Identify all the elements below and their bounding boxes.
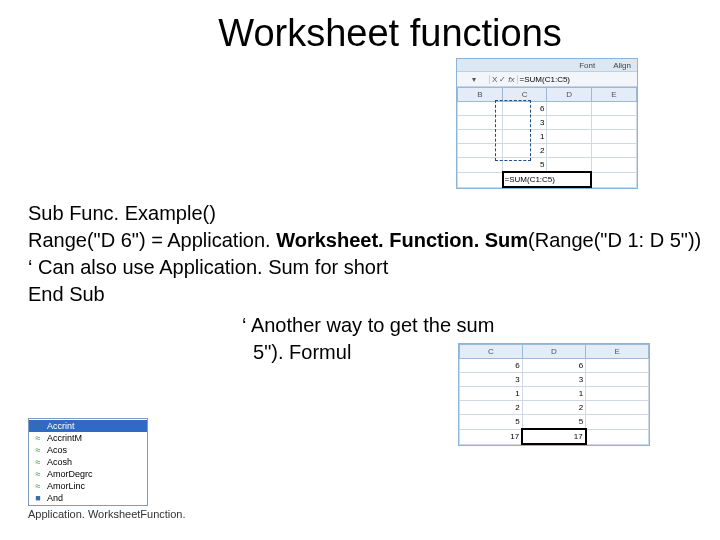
cell: 1 (522, 387, 586, 401)
col-header: C (503, 88, 547, 102)
code-l2b: Worksheet. Function. Sum (276, 229, 528, 251)
cell: 2 (503, 144, 547, 158)
code-line-2: Range("D 6") = Application. Worksheet. F… (28, 227, 701, 254)
cell: 2 (460, 401, 523, 415)
method-icon: ≈ (33, 482, 43, 490)
method-icon: ≈ (33, 422, 43, 430)
code-line-1: Sub Func. Example() (28, 200, 701, 227)
code-line-4: End Sub (28, 281, 701, 308)
col-header: E (586, 345, 649, 359)
code2-line-1: ‘ Another way to get the sum (242, 312, 563, 339)
col-header: C (460, 345, 523, 359)
method-icon: ≈ (33, 446, 43, 454)
worksheet-grid: B C D E 6 3 1 2 5 =SUM(C1:C5) (457, 87, 637, 188)
autocomplete-item-label: AccrintM (47, 433, 82, 443)
col-header: D (522, 345, 586, 359)
formula-bar-buttons: X ✓ fx (490, 75, 518, 84)
autocomplete-item-label: Accrint (47, 421, 75, 431)
autocomplete-caption: Application. WorksheetFunction. (28, 508, 186, 520)
code-l2a: Range("D 6") = Application. (28, 229, 276, 251)
cell: 6 (460, 359, 523, 373)
worksheetfunction-autocomplete: ≈Accrint≈AccrintM≈Acos≈Acosh≈AmorDegrc≈A… (28, 418, 186, 520)
autocomplete-item: ≈Accrint (29, 420, 147, 432)
cell: 5 (460, 415, 523, 430)
worksheet-grid-2: C D E 66 33 11 22 55 1717 (459, 344, 649, 445)
col-header: E (591, 88, 636, 102)
cell: 3 (522, 373, 586, 387)
cell: 6 (522, 359, 586, 373)
autocomplete-item: ≈AmorLinc (29, 480, 147, 492)
autocomplete-listbox: ≈Accrint≈AccrintM≈Acos≈Acosh≈AmorDegrc≈A… (28, 418, 148, 506)
autocomplete-item-label: AmorLinc (47, 481, 85, 491)
col-header: B (458, 88, 503, 102)
property-icon: ■ (33, 494, 43, 502)
cell: 6 (503, 102, 547, 116)
cell: 5 (522, 415, 586, 430)
autocomplete-item-label: Acos (47, 445, 67, 455)
method-icon: ≈ (33, 434, 43, 442)
autocomplete-item: ≈AccrintM (29, 432, 147, 444)
cell: 3 (503, 116, 547, 130)
autocomplete-item: ■And (29, 492, 147, 504)
autocomplete-item: ≈Acosh (29, 456, 147, 468)
autocomplete-item-label: And (47, 493, 63, 503)
active-cell: =SUM(C1:C5) (503, 172, 592, 187)
name-box: ▾ (457, 75, 490, 84)
ribbon-group-font: Font (579, 61, 595, 70)
enter-icon: ✓ (499, 75, 506, 84)
autocomplete-item-label: Acosh (47, 457, 72, 467)
method-icon: ≈ (33, 470, 43, 478)
cell: 3 (460, 373, 523, 387)
excel-screenshot-formula-entry: Font Align ▾ X ✓ fx =SUM(C1:C5) B C D E … (456, 58, 638, 189)
excel-screenshot-result: C D E 66 33 11 22 55 1717 (458, 343, 650, 446)
cell: 5 (503, 158, 547, 173)
cell: 2 (522, 401, 586, 415)
active-cell: 17 (522, 429, 586, 444)
slide-title: Worksheet functions (60, 12, 720, 55)
formula-bar: ▾ X ✓ fx =SUM(C1:C5) (457, 72, 637, 87)
ribbon-fragment: Font Align (457, 59, 637, 72)
cell: 1 (503, 130, 547, 144)
col-header: D (547, 88, 591, 102)
autocomplete-item-label: AmorDegrc (47, 469, 93, 479)
fx-icon: fx (508, 75, 514, 84)
method-icon: ≈ (33, 458, 43, 466)
code-line-3: ‘ Can also use Application. Sum for shor… (28, 254, 701, 281)
autocomplete-item: ≈Acos (29, 444, 147, 456)
vba-code-block: Sub Func. Example() Range("D 6") = Appli… (28, 200, 701, 308)
cell: 17 (460, 429, 523, 444)
formula-input: =SUM(C1:C5) (518, 75, 637, 84)
ribbon-group-align: Align (613, 61, 631, 70)
code-l2c: (Range("D 1: D 5")) (528, 229, 701, 251)
cancel-icon: X (492, 75, 497, 84)
cell: 1 (460, 387, 523, 401)
autocomplete-item: ≈AmorDegrc (29, 468, 147, 480)
